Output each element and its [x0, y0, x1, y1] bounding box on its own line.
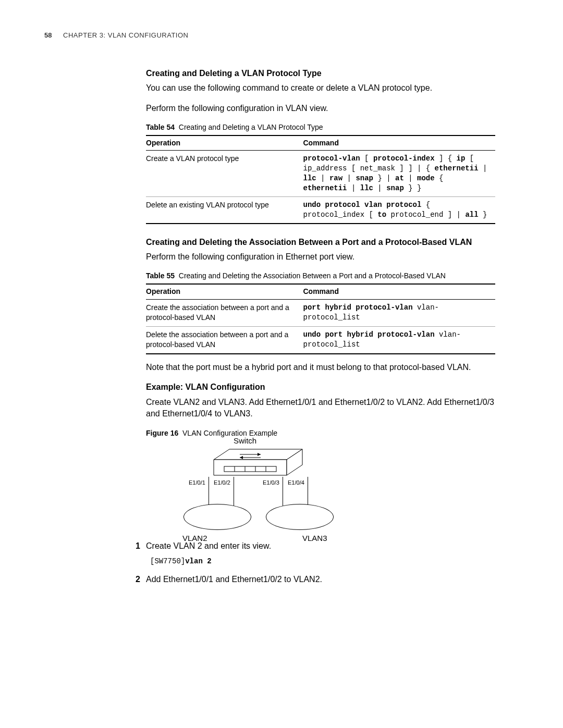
section2-config-note: Perform the following configuration in E…	[146, 251, 495, 263]
section2-note: Note that the port must be a hybrid port…	[146, 362, 495, 373]
table55-label: Table 55	[146, 272, 175, 280]
figure16-title: VLAN Configuration Example	[182, 429, 277, 437]
port-label-2: E1/0/2	[214, 479, 230, 487]
step-1-num: 1	[136, 540, 140, 552]
table54-caption: Table 54 Creating and Deleting a VLAN Pr…	[146, 122, 495, 133]
vlan2-ellipse	[183, 504, 251, 530]
section1-config-note: Perform the following configuration in V…	[146, 103, 495, 114]
table54-row1-op: Create a VLAN protocol type	[146, 151, 303, 197]
port-label-1: E1/0/1	[189, 479, 205, 487]
table54-label: Table 54	[146, 123, 175, 131]
figure16-label: Figure 16	[146, 429, 178, 437]
chapter-title: CHAPTER 3: VLAN CONFIGURATION	[63, 31, 188, 39]
switch-label: Switch	[234, 435, 256, 446]
step-2: 2 Add Ethernet1/0/1 and Ethernet1/0/2 to…	[146, 574, 495, 585]
table54: Operation Command Create a VLAN protocol…	[146, 135, 495, 224]
cli-prompt: [SW7750]	[150, 557, 185, 565]
page: 58 CHAPTER 3: VLAN CONFIGURATION Creatin…	[0, 0, 563, 621]
table55-row2: Delete the association between a port an…	[146, 326, 495, 354]
table54-row1-cmd: protocol-vlan [ protocol-index ] { ip [ …	[303, 151, 496, 197]
example-heading: Example: VLAN Configuration	[146, 381, 495, 393]
port-label-3: E1/0/3	[263, 479, 279, 487]
table55-row1: Create the association between a port an…	[146, 299, 495, 326]
main-content: Creating and Deleting a VLAN Protocol Ty…	[146, 68, 495, 586]
table54-row2-op: Delete an existing VLAN protocol type	[146, 196, 303, 223]
section1-intro: You can use the following command to cre…	[146, 82, 495, 94]
table55-row1-cmd: port hybrid protocol-vlan vlan-protocol_…	[303, 299, 496, 326]
table55-caption: Table 55 Creating and Deleting the Assoc…	[146, 271, 495, 281]
steps-list: 1 Create VLAN 2 and enter its view. [SW7…	[146, 540, 495, 585]
page-header: 58 CHAPTER 3: VLAN CONFIGURATION	[44, 31, 495, 39]
table55-row2-cmd: undo port hybrid protocol-vlan vlan-prot…	[303, 326, 496, 354]
step-1: 1 Create VLAN 2 and enter its view. [SW7…	[146, 540, 495, 566]
table55: Operation Command Create the association…	[146, 283, 495, 354]
page-number: 58	[44, 31, 52, 39]
vlan3-ellipse	[266, 504, 334, 530]
table54-title: Creating and Deleting a VLAN Protocol Ty…	[179, 123, 323, 131]
table54-row2-cmd: undo protocol vlan protocol { protocol_i…	[303, 196, 496, 223]
step-2-text: Add Ethernet1/0/1 and Ethernet1/0/2 to V…	[146, 575, 322, 584]
section2-heading: Creating and Deleting the Association Be…	[146, 237, 495, 248]
table55-row1-op: Create the association between a port an…	[146, 299, 303, 326]
step-1-cli: [SW7750]vlan 2	[150, 557, 495, 567]
table54-row1: Create a VLAN protocol type protocol-vla…	[146, 151, 495, 197]
table54-row2: Delete an existing VLAN protocol type un…	[146, 196, 495, 223]
table55-col-command: Command	[303, 284, 496, 299]
section1-heading: Creating and Deleting a VLAN Protocol Ty…	[146, 68, 495, 79]
table55-title: Creating and Deleting the Association Be…	[179, 272, 446, 280]
table54-col-operation: Operation	[146, 135, 303, 151]
port-label-4: E1/0/4	[288, 479, 304, 487]
step-2-num: 2	[136, 574, 140, 585]
step-1-text: Create VLAN 2 and enter its view.	[146, 541, 271, 550]
figure16: Switch	[146, 441, 495, 540]
table55-row2-op: Delete the association between a port an…	[146, 326, 303, 354]
svg-marker-1	[214, 460, 287, 475]
table54-col-command: Command	[303, 135, 496, 151]
figure16-caption: Figure 16 VLAN Configuration Example	[146, 428, 495, 439]
example-intro: Create VLAN2 and VLAN3. Add Ethernet1/0/…	[146, 397, 495, 420]
cli-cmd: vlan 2	[185, 557, 211, 565]
table55-col-operation: Operation	[146, 284, 303, 299]
